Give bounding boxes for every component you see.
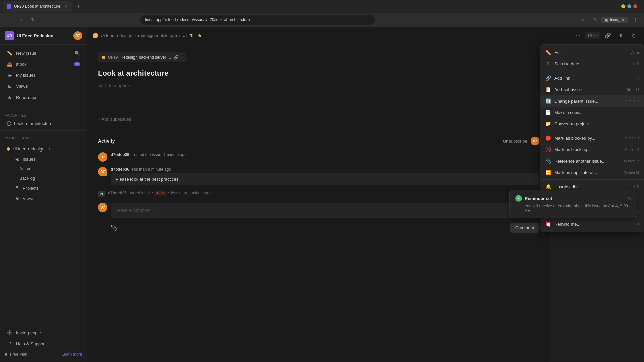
comment-submit-btn[interactable]: Comment <box>510 223 539 233</box>
menu-item-add-link[interactable]: 🔗 Add link › <box>540 72 644 84</box>
sidebar-item-my-issues[interactable]: ◉ My issues <box>2 70 85 80</box>
add-sub-issues-btn[interactable]: + Add sub-issues <box>98 117 539 122</box>
sidebar-item-active[interactable]: Active <box>2 164 85 173</box>
forward-btn[interactable]: → <box>16 15 25 24</box>
refresh-btn[interactable]: ↻ <box>28 15 38 24</box>
more-options-btn[interactable]: ··· <box>573 30 583 41</box>
favorites-look-at-architecture[interactable]: Look at architecture <box>2 119 85 128</box>
learn-more-btn[interactable]: Learn more <box>62 352 82 357</box>
back-btn[interactable]: ← <box>4 15 13 24</box>
link-icon-btn[interactable]: 🔗 <box>602 30 613 41</box>
description-placeholder[interactable]: Add description... <box>98 83 539 110</box>
menu-item-reference[interactable]: 📎 Reference another issue... M then R <box>540 155 644 167</box>
sidebar-item-help[interactable]: ？ Help & Support <box>2 338 85 349</box>
roadmaps-icon: ≋ <box>7 94 13 100</box>
user-avatar[interactable]: D7 <box>73 31 82 40</box>
menu-item-add-sub-issue[interactable]: 📋 Add sub-issue... Ctrl ⇧ O <box>540 84 644 95</box>
menu-item-blocking-label: Mark as blocking... <box>554 147 591 152</box>
url-text: linear.app/ui-feed-redesign/issue/UI-20/… <box>145 17 250 22</box>
menu-btn[interactable]: ⋮ <box>631 15 640 24</box>
menu-item-blocked-by[interactable]: ⛔ Mark as blocked by... M then B <box>540 132 644 144</box>
workspace-name: UI Feed Redesign <box>17 33 71 38</box>
unsubscribe-shortcut: ⇧ S <box>633 185 639 189</box>
bookmark-btn[interactable]: ☆ <box>578 15 587 24</box>
history-icon-btn[interactable]: ⎗ <box>628 30 639 41</box>
sidebar-item-issues[interactable]: ◉ Issues <box>2 154 85 164</box>
sidebar-item-backlog[interactable]: Backlog <box>2 174 85 183</box>
sidebar-item-views[interactable]: ⊞ Views <box>2 81 85 92</box>
menu-item-duplicate[interactable]: 🔁 Mark as duplicate of... M then M <box>540 167 644 178</box>
new-tab-btn[interactable]: + <box>74 2 83 11</box>
remind-icon: ⏰ <box>545 221 551 227</box>
sidebar-item-invite[interactable]: ➕ Invite people <box>2 327 85 338</box>
link-menu-icon: 🔗 <box>545 75 551 81</box>
tab-favicon <box>7 4 11 9</box>
breadcrumb-team[interactable]: Ui feed redesign <box>101 33 132 38</box>
activity-event-1: D7 d7bdeb36 created the issue. 1 minute … <box>98 152 539 162</box>
toast-body: You will receive a reminder about this i… <box>515 204 631 213</box>
team-header-ui-feed[interactable]: Ui feed redesign ▾ <box>2 144 85 154</box>
minimize-btn[interactable] <box>621 4 625 8</box>
activity-message: Please look at the best practices <box>111 173 539 185</box>
tab-bar: UI-20 Look at architecture ✕ + <box>0 0 644 13</box>
comment-input[interactable]: Leave a comment... <box>111 203 539 218</box>
breadcrumb-sub[interactable]: redesign mobile app <box>138 33 177 38</box>
unsubscribe-btn[interactable]: Unsubscribe <box>503 139 527 144</box>
online-dot <box>105 174 107 176</box>
menu-item-convert-project[interactable]: 📁 Convert to project <box>540 118 644 129</box>
sidebar-item-roadmaps[interactable]: ≋ Roadmaps <box>2 92 85 103</box>
log-time: less than a minute ago <box>171 191 212 195</box>
issue-title[interactable]: Look at architecture <box>98 69 539 78</box>
menu-item-remind[interactable]: ⏰ Remind me... H <box>540 218 644 230</box>
toast-header: ✓ Reminder set ✕ <box>515 195 631 202</box>
inbox-label: Inbox <box>16 62 27 67</box>
team-section: Ui feed redesign ▾ ◉ Issues Active Backl… <box>0 141 87 206</box>
comment-time-text: less than a minute ago <box>130 167 171 172</box>
pencil-icon: ✏️ <box>7 50 13 56</box>
sidebar-item-new-issue[interactable]: ✏️ New issue 🔍 <box>2 48 85 58</box>
breadcrumb-issue-id[interactable]: UI-20 <box>182 33 193 38</box>
avatar-initials-comment: D7 <box>101 170 105 174</box>
activity-header: Activity Unsubscribe D7 <box>98 137 539 145</box>
toast-close-btn[interactable]: ✕ <box>627 196 631 201</box>
activity-right: Unsubscribe D7 <box>503 137 539 145</box>
incognito-badge: 🕵 Incognito <box>601 17 629 23</box>
nav-bar: ← → ↻ linear.app/ui-feed-redesign/issue/… <box>0 13 644 27</box>
convert-icon: 📁 <box>545 121 551 127</box>
sidebar-item-inbox[interactable]: 📥 Inbox 1 <box>2 59 85 69</box>
sidebar-item-projects[interactable]: ⠿ Projects <box>2 183 85 193</box>
due-shortcut: ⇧ D <box>632 62 639 66</box>
active-label: Active <box>19 166 31 171</box>
address-bar[interactable]: linear.app/ui-feed-redesign/issue/UI-20/… <box>140 15 375 25</box>
star-btn[interactable]: ★ <box>197 32 202 39</box>
extensions-btn[interactable]: □ <box>589 15 599 24</box>
menu-item-due-date[interactable]: 🗓 Set due date... ⇧ D <box>540 58 644 69</box>
menu-item-change-parent[interactable]: 🔄 Change parent issue... Ctrl ⇧ P <box>540 95 644 107</box>
comment-avatar-initials: D7 <box>101 206 105 209</box>
menu-item-reference-label: Reference another issue... <box>554 159 605 164</box>
blocked-by-shortcut: M then B <box>624 136 639 140</box>
views-label: Views <box>16 84 28 89</box>
duplicate-icon: 🔁 <box>545 169 551 175</box>
attach-icon[interactable]: 📎 <box>111 225 117 231</box>
your-teams-title: Your teams <box>0 133 87 141</box>
close-btn[interactable] <box>633 4 637 8</box>
help-icon: ？ <box>7 341 13 347</box>
active-tab[interactable]: UI-20 Look at architecture ✕ <box>3 1 72 12</box>
log-sep: • <box>168 191 169 195</box>
share-icon-btn[interactable]: ⬆ <box>615 30 626 41</box>
menu-item-blocking[interactable]: 🚫 Mark as blocking... M then X <box>540 144 644 155</box>
maximize-btn[interactable] <box>627 4 631 8</box>
toast-check-icon: ✓ <box>515 195 522 202</box>
breadcrumb-icon: 🔗 <box>174 55 179 60</box>
sidebar-bottom: ➕ Invite people ？ Help & Support Free Pl… <box>0 324 87 362</box>
tab-close-btn[interactable]: ✕ <box>63 4 68 9</box>
menu-item-make-copy[interactable]: 📄 Make a copy... <box>540 107 644 118</box>
search-icon[interactable]: 🔍 <box>74 50 80 56</box>
sidebar-item-views-team[interactable]: ≋ Views <box>2 193 85 203</box>
menu-item-unsubscribe-label: Unsubscribe <box>554 184 579 189</box>
activity-comment-1: D7 d7bdeb36 less than a minute ago Pleas… <box>98 167 539 185</box>
parent-issue-bar[interactable]: UI-19 Redesign backend server 1 🔗 › <box>98 52 187 62</box>
menu-item-edit[interactable]: ✏️ Edit Alt E <box>540 47 644 58</box>
workspace-avatar: UR <box>5 31 14 40</box>
